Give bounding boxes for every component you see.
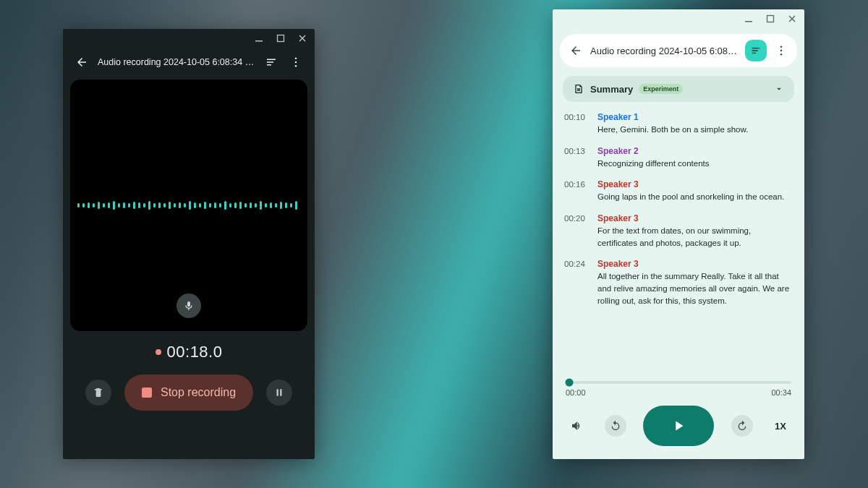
waveform	[77, 201, 300, 210]
transcript-row[interactable]: 00:10Speaker 1Here, Gemini. Both be on a…	[564, 112, 793, 136]
rewind-icon	[610, 420, 621, 432]
back-button[interactable]	[73, 53, 90, 71]
svg-rect-8	[767, 16, 774, 22]
pause-icon	[274, 388, 284, 398]
summary-label: Summary	[590, 84, 633, 95]
recording-title: Audio recording 2024-10-05 6:08:3…	[590, 46, 739, 56]
svg-rect-5	[277, 389, 278, 395]
transcript-icon[interactable]	[263, 53, 280, 71]
recorder-window: Audio recording 2024-10-05 6:08:34 PM 00…	[63, 29, 315, 459]
window-close-button[interactable]	[786, 12, 799, 25]
forward-icon	[736, 420, 748, 432]
seek-track[interactable]	[566, 381, 791, 384]
play-button[interactable]	[643, 406, 714, 446]
transcript-speaker: Speaker 3	[597, 259, 793, 269]
transcript-timestamp: 00:20	[564, 213, 587, 249]
transcript-timestamp: 00:16	[564, 179, 587, 203]
playback-window: Audio recording 2024-10-05 6:08:3… Summa…	[553, 9, 804, 459]
volume-icon	[570, 419, 583, 432]
window-minimize-button[interactable]	[742, 12, 755, 25]
notes-icon	[750, 45, 762, 56]
back-arrow-icon	[569, 44, 582, 57]
window-maximize-button[interactable]	[764, 12, 777, 25]
window-titlebar	[63, 29, 315, 48]
pause-button[interactable]	[266, 380, 292, 406]
transcript-timestamp: 00:10	[564, 112, 587, 136]
transcript-row[interactable]: 00:20Speaker 3For the text from dates, o…	[564, 213, 793, 249]
header-bar: Audio recording 2024-10-05 6:08:3…	[560, 34, 797, 67]
timer: 00:18.0	[63, 343, 315, 361]
time-labels: 00:00 00:34	[566, 388, 791, 397]
transcript-timestamp: 00:24	[564, 259, 587, 307]
time-total: 00:34	[771, 388, 791, 397]
stop-button-label: Stop recording	[161, 386, 236, 399]
more-button[interactable]	[773, 42, 790, 59]
player: 00:00 00:34 1X	[553, 374, 804, 459]
summary-icon	[573, 83, 584, 95]
stop-recording-button[interactable]: Stop recording	[124, 374, 253, 411]
mic-button[interactable]	[176, 294, 201, 318]
seek-knob[interactable]	[566, 379, 574, 387]
experiment-chip: Experiment	[639, 84, 683, 94]
svg-point-2	[295, 57, 297, 59]
header-bar: Audio recording 2024-10-05 6:08:34 PM	[63, 48, 315, 77]
back-arrow-icon	[75, 56, 88, 69]
notes-icon	[265, 56, 278, 69]
transcript-row[interactable]: 00:24Speaker 3All together in the summar…	[564, 259, 793, 307]
player-controls: 1X	[566, 406, 791, 446]
more-vert-icon	[775, 44, 788, 57]
svg-point-11	[780, 53, 783, 56]
transcript-list: 00:10Speaker 1Here, Gemini. Both be on a…	[564, 112, 793, 374]
timer-text: 00:18.0	[167, 343, 223, 361]
window-minimize-button[interactable]	[252, 32, 265, 45]
time-current: 00:00	[566, 388, 586, 397]
window-maximize-button[interactable]	[274, 32, 287, 45]
stop-icon	[142, 388, 152, 398]
recorder-controls: Stop recording	[63, 374, 315, 411]
transcript-timestamp: 00:13	[564, 146, 587, 170]
svg-point-4	[295, 65, 297, 67]
speed-button[interactable]: 1X	[770, 421, 791, 432]
rewind-button[interactable]	[605, 415, 626, 437]
trash-icon	[93, 387, 104, 398]
transcript-row[interactable]: 00:13Speaker 2Recognizing different cont…	[564, 146, 793, 170]
recording-indicator-dot	[156, 349, 161, 355]
transcript-speaker: Speaker 2	[597, 146, 793, 156]
forward-button[interactable]	[731, 415, 753, 437]
svg-point-10	[780, 50, 783, 52]
recording-title: Audio recording 2024-10-05 6:08:34 PM	[98, 57, 255, 67]
svg-rect-1	[278, 35, 284, 42]
window-close-button[interactable]	[296, 32, 309, 45]
svg-point-3	[295, 61, 297, 64]
transcript-text: For the text from dates, on our swimming…	[597, 225, 793, 249]
waveform-panel	[70, 80, 307, 331]
summary-card[interactable]: Summary Experiment	[563, 76, 794, 102]
transcript-speaker: Speaker 3	[597, 213, 793, 223]
svg-point-9	[780, 46, 783, 48]
more-button[interactable]	[287, 53, 305, 71]
transcript-text: Going laps in the pool and snorkeling in…	[597, 191, 793, 203]
transcript-row[interactable]: 00:16Speaker 3Going laps in the pool and…	[564, 179, 793, 203]
back-button[interactable]	[567, 42, 584, 59]
mic-icon	[183, 300, 195, 312]
transcript-toggle-button[interactable]	[745, 40, 767, 61]
more-vert-icon	[289, 56, 302, 69]
transcript-text: Here, Gemini. Both be on a simple show.	[597, 124, 793, 136]
chevron-down-icon	[774, 84, 784, 94]
transcript-text: Recognizing different contents	[597, 158, 793, 170]
delete-button[interactable]	[85, 380, 111, 406]
svg-rect-0	[255, 40, 263, 42]
window-titlebar	[553, 9, 804, 28]
transcript-speaker: Speaker 3	[597, 179, 793, 189]
svg-rect-7	[745, 21, 752, 22]
svg-rect-6	[280, 389, 281, 395]
transcript-text: All together in the summary Really. Take…	[597, 270, 793, 307]
transcript-speaker: Speaker 1	[597, 112, 793, 122]
play-icon	[671, 418, 686, 434]
volume-button[interactable]	[566, 415, 587, 437]
